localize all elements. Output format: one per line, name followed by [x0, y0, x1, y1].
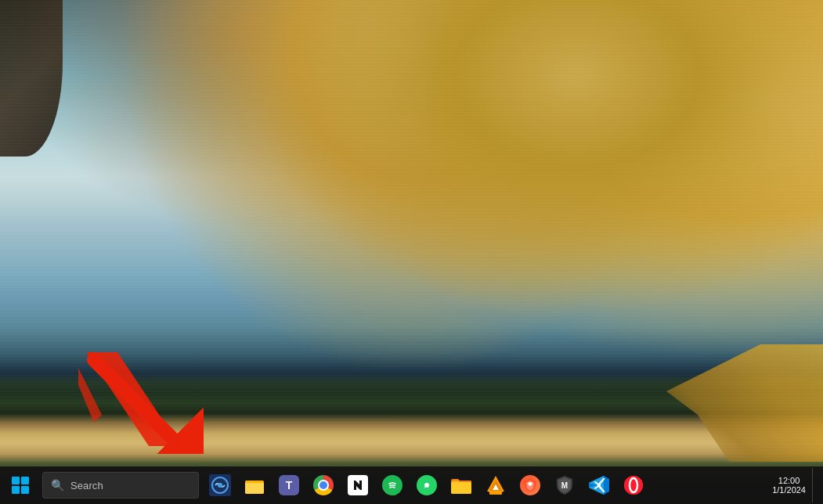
start-button[interactable]: [3, 468, 38, 502]
taskbar-icon-spotify[interactable]: [376, 468, 409, 502]
show-desktop-button[interactable]: [812, 468, 817, 502]
brave-icon: [520, 475, 540, 495]
search-bar[interactable]: 🔍 Search: [42, 472, 199, 499]
spotify-icon: [382, 475, 402, 495]
clock-time: 12:00: [778, 476, 800, 485]
taskbar-icon-brave[interactable]: [514, 468, 547, 502]
taskbar-icon-teams[interactable]: T: [273, 468, 305, 502]
taskbar-icon-vlc[interactable]: [479, 468, 512, 502]
clock[interactable]: 12:00 1/1/2024: [766, 468, 812, 502]
malwarebytes-icon: M: [555, 475, 574, 495]
vscode-icon: [589, 475, 609, 495]
svg-text:M: M: [561, 481, 568, 490]
taskbar-icon-vscode[interactable]: [583, 468, 615, 502]
svg-marker-2: [86, 352, 180, 446]
chrome-icon: [313, 475, 334, 495]
svg-rect-8: [245, 482, 264, 494]
taskbar-icon-winamp[interactable]: [204, 468, 236, 502]
notion-icon: [348, 475, 368, 495]
taskbar-icons: T: [204, 468, 764, 502]
taskbar-icon-folder[interactable]: [445, 468, 478, 502]
whatsapp-icon: [417, 475, 437, 495]
system-tray: 12:00 1/1/2024: [766, 468, 820, 502]
taskbar: 🔍 Search: [0, 466, 823, 504]
search-label: Search: [70, 480, 103, 491]
taskbar-icon-malwarebytes[interactable]: M: [548, 468, 581, 502]
svg-point-6: [218, 483, 222, 488]
folder-icon: [451, 477, 471, 494]
file-explorer-icon: [244, 475, 265, 495]
taskbar-icon-chrome[interactable]: [307, 468, 340, 502]
winamp-icon: [209, 474, 231, 496]
taskbar-icon-whatsapp[interactable]: [410, 468, 443, 502]
opera-icon: [623, 475, 644, 495]
teams-icon: T: [279, 475, 299, 495]
arrow-indicator: [78, 352, 204, 454]
windows-logo: [12, 477, 29, 494]
desktop: 🔍 Search: [0, 0, 823, 504]
clock-date: 1/1/2024: [772, 485, 806, 495]
taskbar-icon-notion[interactable]: [341, 468, 374, 502]
search-icon: 🔍: [51, 479, 64, 491]
svg-marker-3: [78, 368, 102, 423]
vlc-icon: [485, 474, 506, 496]
taskbar-icon-opera[interactable]: [617, 468, 650, 502]
taskbar-icon-file-explorer[interactable]: [238, 468, 271, 502]
svg-rect-13: [451, 482, 471, 494]
